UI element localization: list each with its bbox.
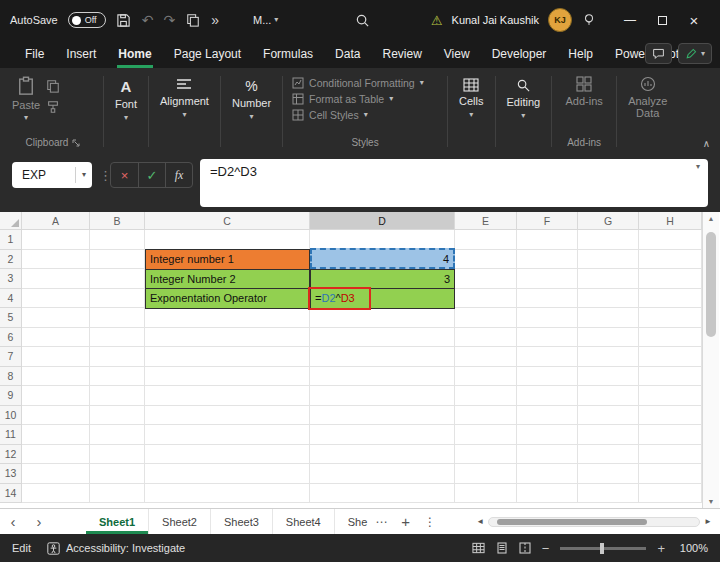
cell-D5[interactable]	[310, 308, 455, 328]
cell-B6[interactable]	[90, 328, 145, 348]
new-sheet-button[interactable]: +	[393, 513, 418, 530]
zoom-slider-thumb[interactable]	[600, 543, 604, 554]
copy-small-icon[interactable]	[46, 79, 60, 93]
close-button[interactable]: ×	[678, 0, 710, 40]
toolbar-overflow-icon[interactable]: »	[211, 13, 219, 27]
document-menu[interactable]: M... ▾	[253, 14, 278, 26]
cell-C12[interactable]	[145, 445, 310, 465]
normal-view-icon[interactable]	[472, 542, 485, 554]
alignment-menu-button[interactable]: Alignment ▾	[152, 72, 217, 153]
cell-H3[interactable]	[639, 269, 702, 289]
cell-A8[interactable]	[22, 367, 90, 387]
tab-data[interactable]: Data	[324, 40, 371, 68]
cell-D4[interactable]: =D2^D3	[310, 288, 455, 309]
cell-E14[interactable]	[455, 484, 517, 504]
conditional-formatting-button[interactable]: Conditional Formatting ▾	[292, 77, 440, 89]
cell-H9[interactable]	[639, 386, 702, 406]
cell-mode-indicator[interactable]: Edit	[12, 542, 31, 554]
search-icon[interactable]	[354, 12, 370, 28]
cell-D10[interactable]	[310, 406, 455, 426]
cell-G12[interactable]	[578, 445, 639, 465]
analyze-data-button[interactable]: Analyze Data	[620, 72, 675, 153]
column-header-B[interactable]: B	[90, 212, 145, 230]
row-header-1[interactable]: 1	[0, 230, 22, 250]
column-header-E[interactable]: E	[455, 212, 517, 230]
cell-B11[interactable]	[90, 425, 145, 445]
cell-H1[interactable]	[639, 230, 702, 250]
row-header-12[interactable]: 12	[0, 445, 22, 465]
zoom-out-icon[interactable]: −	[542, 541, 550, 556]
sheet-tab-sheet4[interactable]: Sheet4	[273, 509, 335, 534]
column-header-D[interactable]: D	[310, 212, 455, 230]
tab-view[interactable]: View	[433, 40, 481, 68]
cell-A4[interactable]	[22, 289, 90, 309]
collapse-ribbon-icon[interactable]: ∧	[703, 138, 710, 149]
cell-G7[interactable]	[578, 347, 639, 367]
sheet-tab-sheet5-truncated[interactable]: She	[335, 509, 370, 534]
user-name[interactable]: Kunal Jai Kaushik	[452, 14, 539, 26]
horizontal-scrollbar[interactable]: ◄ ►	[476, 517, 712, 527]
cell-A1[interactable]	[22, 230, 90, 250]
sheet-nav-right-icon[interactable]: ›	[26, 513, 52, 530]
cell-A7[interactable]	[22, 347, 90, 367]
tab-home[interactable]: Home	[107, 40, 162, 68]
cell-G14[interactable]	[578, 484, 639, 504]
cell-H13[interactable]	[639, 464, 702, 484]
cell-E6[interactable]	[455, 328, 517, 348]
cell-B8[interactable]	[90, 367, 145, 387]
column-header-H[interactable]: H	[639, 212, 702, 230]
cell-B3[interactable]	[90, 269, 145, 289]
cell-D12[interactable]	[310, 445, 455, 465]
cell-F14[interactable]	[517, 484, 578, 504]
cell-H6[interactable]	[639, 328, 702, 348]
vertical-scrollbar[interactable]: ▲ ▼	[702, 212, 719, 508]
cell-F1[interactable]	[517, 230, 578, 250]
cell-G3[interactable]	[578, 269, 639, 289]
cell-C7[interactable]	[145, 347, 310, 367]
more-sheets-icon[interactable]: ⋯	[369, 515, 393, 529]
cell-D6[interactable]	[310, 328, 455, 348]
cell-F10[interactable]	[517, 406, 578, 426]
tab-review[interactable]: Review	[371, 40, 432, 68]
sync-warning-icon[interactable]: ⚠	[431, 13, 443, 28]
cell-G10[interactable]	[578, 406, 639, 426]
cell-H4[interactable]	[639, 289, 702, 309]
cell-F3[interactable]	[517, 269, 578, 289]
page-break-preview-icon[interactable]	[519, 542, 531, 554]
cell-H2[interactable]	[639, 250, 702, 270]
lightbulb-icon[interactable]	[581, 12, 597, 28]
cell-C11[interactable]	[145, 425, 310, 445]
sheet-tab-sheet3[interactable]: Sheet3	[211, 509, 273, 534]
cell-C9[interactable]	[145, 386, 310, 406]
cell-C8[interactable]	[145, 367, 310, 387]
cell-G9[interactable]	[578, 386, 639, 406]
row-header-8[interactable]: 8	[0, 367, 22, 387]
cell-C14[interactable]	[145, 484, 310, 504]
cell-A6[interactable]	[22, 328, 90, 348]
horizontal-scroll-track[interactable]	[488, 517, 700, 527]
accessibility-status[interactable]: Accessibility: Investigate	[47, 542, 185, 555]
zoom-in-icon[interactable]: +	[657, 541, 665, 556]
cell-F13[interactable]	[517, 464, 578, 484]
tab-help[interactable]: Help	[557, 40, 604, 68]
scroll-up-icon[interactable]: ▲	[703, 215, 719, 222]
cell-H10[interactable]	[639, 406, 702, 426]
column-header-G[interactable]: G	[578, 212, 639, 230]
cell-F5[interactable]	[517, 308, 578, 328]
cell-E8[interactable]	[455, 367, 517, 387]
name-box[interactable]: EXP ▾	[12, 162, 92, 188]
cell-C2[interactable]: Integer number 1	[145, 249, 310, 270]
cell-G8[interactable]	[578, 367, 639, 387]
cell-G4[interactable]	[578, 289, 639, 309]
cell-D8[interactable]	[310, 367, 455, 387]
redo-icon[interactable]: ↷	[163, 13, 175, 27]
cell-F9[interactable]	[517, 386, 578, 406]
row-header-4[interactable]: 4	[0, 289, 22, 309]
cell-E5[interactable]	[455, 308, 517, 328]
scroll-left-icon[interactable]: ◄	[476, 517, 484, 526]
tab-page-layout[interactable]: Page Layout	[163, 40, 252, 68]
cell-G13[interactable]	[578, 464, 639, 484]
cell-B9[interactable]	[90, 386, 145, 406]
sheet-nav-left-icon[interactable]: ‹	[0, 513, 26, 530]
addins-button[interactable]: Add-ins	[555, 72, 613, 113]
